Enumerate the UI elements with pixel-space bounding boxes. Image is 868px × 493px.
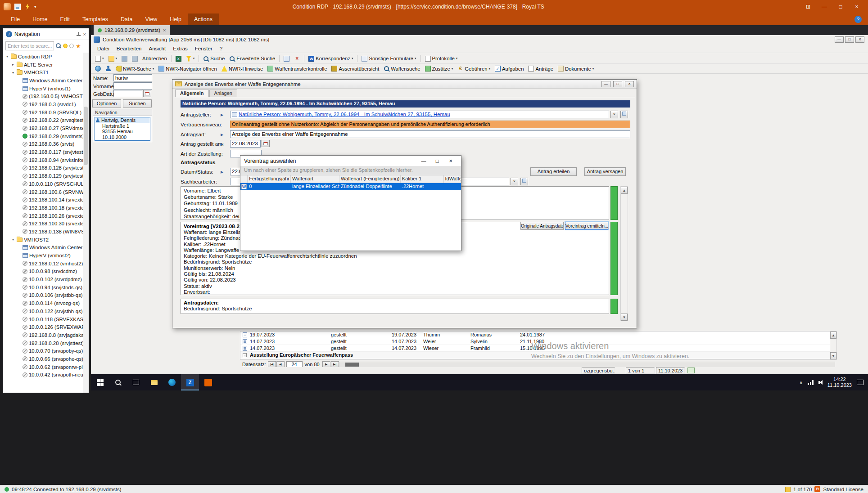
nwr-globe-button[interactable] [93,65,103,72]
app-menu-extras[interactable]: Extras [169,46,191,51]
horizontal-scrollbar[interactable] [339,362,835,368]
edge-button[interactable] [163,374,181,390]
quick-access-caret-icon[interactable]: ▾ [34,4,36,9]
filter-button[interactable]: ▾ [184,55,197,63]
tree-item-192-168-0-5-vmhost1[interactable]: (192.168.0.5) VMHOST1 [3,92,83,100]
modal-titlebar[interactable]: Voreintrag auswählen [240,156,461,166]
dialog-titlebar[interactable]: Anzeige des Erwerbs einer Waffe Entgegen… [172,80,637,89]
tree-item-10-0-0-114-srvozg-qs[interactable]: 10.0.0.114 (srvozg-qs) [3,299,83,307]
voreintrag-row[interactable]: 0lange Einzellader-Schusswaff...Zündnade… [240,183,461,190]
save-button[interactable] [120,55,129,63]
tree-item-10-0-0-70-srvapoby-qs[interactable]: 10.0.0.70 (srvapoby-qs) [3,347,83,355]
tree-item-alte-server[interactable]: ▸ALTE Server [3,61,83,69]
tree-item-10-0-0-42-srvapoth-neu[interactable]: 10.0.0.42 (srvapoth-neu) [3,371,83,379]
tree-item-10-0-0-62-srvaponrw-pilot[interactable]: 10.0.0.62 (srvaponrw-pilot [3,363,83,371]
tree-item-10-0-0-94-srvjstnds-qs[interactable]: 10.0.0.94 (srvjstnds-qs) [3,283,83,291]
dialog-close-button[interactable] [625,81,634,87]
menu-home[interactable]: Home [26,13,54,25]
originale-antragsdaten-button[interactable]: Originale Antragsdaten [520,222,564,230]
notification-center-icon[interactable] [857,380,863,385]
tree-item-192-168-100-6-srvnwrfl[interactable]: 192.168.100.6 (SRVNWRFL [3,188,83,196]
pick-antragsteller-button[interactable] [620,111,628,118]
navigation-search-input[interactable] [5,41,54,50]
menu-help[interactable]: Help [163,13,188,25]
antrag-row[interactable]: 14.07.2023gestellt14.07.2023WieserFramhi… [240,345,836,352]
app-menu-ansicht[interactable]: Ansicht [145,46,169,51]
tree-item-192-168-0-28-srvjsttest[interactable]: 192.168.0.28 (srvjsttest) [3,339,83,347]
help-icon[interactable] [854,16,862,23]
dokumente-button[interactable]: Dokumente▾ [556,65,596,72]
menu-edit[interactable]: Edit [54,13,77,25]
tree-item-192-168-0-12-vmhost2[interactable]: 192.168.0.12 (vmhost2) [3,260,83,268]
collapse-icon[interactable] [243,353,247,357]
modal-close-button[interactable] [444,157,457,164]
tree-item-10-0-0-122-srvjsthh-qs[interactable]: 10.0.0.122 (srvjsthh-qs) [3,307,83,315]
tray-chevron-up-icon[interactable]: ∧ [799,380,802,385]
antragsart-field[interactable]: Anzeige des Erwerbs einer Waffe Entgegen… [230,130,630,138]
tree-item-192-168-0-9-srvsql[interactable]: 192.168.0.9 (SRVSQL) [3,108,83,117]
save-all-button[interactable] [130,55,140,63]
tree-item-10-0-0-118-srvexkasse[interactable]: 10.0.0.118 (SRVEXKASSE) [3,315,83,323]
voreintrag-ermitteln-button[interactable]: Voreintrag ermitteln... [565,222,608,230]
app-maximize-button[interactable] [845,36,854,43]
column-header-fertigstellungsjahr[interactable]: Fertigstellungsjahr [248,175,291,183]
menu-templates[interactable]: Templates [76,13,114,25]
tree-item-10-0-0-102-srvrdpdmz[interactable]: 10.0.0.102 (srvrdpdmz) [3,275,83,283]
orange-app-button[interactable] [199,374,217,390]
new-button[interactable]: ▾ [93,55,106,63]
tree-item-10-0-0-66-srvapohe-qs[interactable]: 10.0.0.66 (srvapohe-qs) [3,355,83,363]
tree-item-192-168-0-3-srvdc1[interactable]: 192.168.0.3 (srvdc1) [3,100,83,108]
antrag-row[interactable]: 14.07.2023gestellt14.07.2023WeierSylveli… [240,338,836,345]
menu-file[interactable]: File [5,13,26,25]
connection-tab[interactable]: 192.168.0.29 (srvdmsts) × [94,25,170,35]
tree-item-windows-admin-center-v[interactable]: Windows Admin Center V [3,244,83,252]
waffentransferkontrolle-button[interactable]: Waffentransferkontrolle [266,65,329,72]
app-menu-item[interactable]: ? [216,46,226,51]
close-button[interactable]: × [849,1,864,12]
bulb-on-icon[interactable] [63,44,68,48]
nwr-person-button[interactable] [104,65,113,72]
column-header-waffenart[interactable]: Waffenart [291,175,339,183]
waffensuche-button[interactable]: Waffensuche [382,65,422,72]
app-close-button[interactable] [855,36,864,43]
antragsteller-field[interactable]: Natürliche Person: Wohlgemuth, Tommy, 22… [230,111,609,118]
dialog-scrollbar[interactable]: ▲ ▼ [620,186,628,321]
tree-item-192-168-0-117-srvjvtestde[interactable]: 192.168.0.117 (srvjvtestde [3,148,83,156]
tree-item-192-168-0-138-win8vsc[interactable]: 192.168.0.138 (WIN8VSC) [3,228,83,236]
panel-close-icon[interactable]: × [83,31,86,37]
calendar-icon[interactable] [262,140,270,147]
gebuehren-button[interactable]: Gebühren▾ [456,65,492,72]
first-record-button[interactable]: |◀ [268,361,276,368]
royalts-logo-icon[interactable] [4,3,11,10]
app-menu-fenster[interactable]: Fenster [191,46,216,51]
scroll-up-icon[interactable]: ▲ [621,187,628,194]
close-view-button[interactable] [292,55,302,63]
volume-icon[interactable] [818,381,820,384]
gebdatum-input[interactable] [113,90,142,97]
tree-item-hyperv-vmhost2[interactable]: HyperV (vmhost2) [3,251,83,260]
antrag-versagen-button[interactable]: Antrag versagen [584,167,626,176]
asservatuebersicht-button[interactable]: Asservatübersicht [330,65,381,72]
clear-antragsteller-button[interactable]: × [610,111,618,118]
app-minimize-button[interactable] [835,36,844,43]
gestellt-am-field[interactable]: 22.08.2023 [230,140,261,148]
column-header-idwaffe[interactable]: IdWaffe [444,175,461,183]
suchen-button[interactable]: Suchen [123,99,152,108]
taskbar-search-button[interactable] [109,374,127,390]
task-view-button[interactable] [127,374,145,390]
tree-item-192-168-0-36-srvts[interactable]: 192.168.0.36 (srvts) [3,140,83,148]
antrag-row[interactable]: 19.07.2023gestellt19.07.2023ThummRomanus… [240,332,836,338]
antrag-erteilen-button[interactable]: Antrag erteilen [530,167,577,176]
tree-item-condition-rdp[interactable]: ▾Condition RDP [3,53,83,61]
tree-item-10-0-0-126-srvexwaffe[interactable]: 10.0.0.126 (SRVEXWAFFE) [3,323,83,331]
minimize-button[interactable]: — [817,1,832,12]
scroll-down-icon[interactable]: ▼ [830,352,836,359]
scroll-down-icon[interactable]: ▼ [621,314,628,321]
calendar-icon[interactable] [143,90,151,97]
tree-item-vmhost1[interactable]: ▾VMHOST1 [3,68,83,76]
tree-item-192-168-100-18-srvextest0[interactable]: 192.168.100.18 (srvextest0 [3,204,83,212]
file-explorer-button[interactable] [145,374,163,390]
tree-item-10-0-0-106-srvjstbb-qs[interactable]: 10.0.0.106 (srvjstbb-qs) [3,291,83,300]
nwr-suche-button[interactable]: NWR-Suche▾ [114,65,156,72]
column-header-kaliber-1[interactable]: Kaliber 1 [401,175,444,183]
